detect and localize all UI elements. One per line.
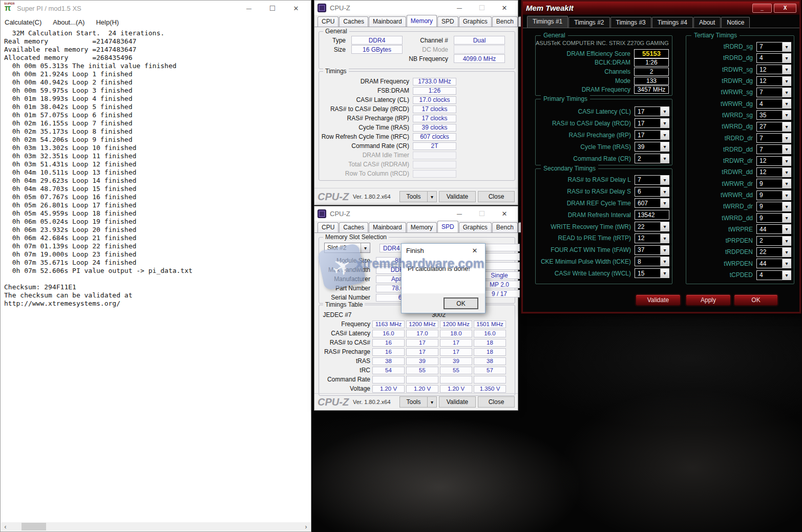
chevron-down-icon[interactable] xyxy=(782,179,791,188)
chevron-down-icon[interactable] xyxy=(782,54,791,62)
tab[interactable]: About xyxy=(693,17,721,28)
timing-dropdown[interactable]: 37 xyxy=(635,245,669,255)
timing-dropdown[interactable]: 17 xyxy=(635,130,669,140)
timing-dropdown[interactable]: 12 xyxy=(756,167,791,177)
chevron-down-icon[interactable] xyxy=(660,257,669,266)
timing-dropdown[interactable]: 7 xyxy=(635,175,669,185)
chevron-down-icon[interactable] xyxy=(660,142,669,151)
chevron-down-icon[interactable] xyxy=(361,243,370,252)
timing-dropdown[interactable]: 12 xyxy=(635,233,669,243)
validate-button[interactable]: Validate xyxy=(636,294,681,306)
menu-item[interactable]: Calculate(C) xyxy=(5,18,41,26)
minimize-icon[interactable] xyxy=(449,207,470,220)
tab[interactable]: CPU xyxy=(318,16,339,27)
chevron-down-icon[interactable] xyxy=(782,271,791,280)
timing-dropdown[interactable]: 9 xyxy=(756,190,791,200)
chevron-down-icon[interactable] xyxy=(660,199,669,207)
chevron-down-icon[interactable] xyxy=(660,107,669,116)
timing-dropdown[interactable]: 44 xyxy=(756,224,791,234)
tab[interactable]: Bench xyxy=(492,16,518,27)
timing-dropdown[interactable]: 39 xyxy=(635,142,669,152)
tab[interactable]: Timings #4 xyxy=(652,17,693,28)
timing-dropdown[interactable]: 4 xyxy=(756,99,791,109)
timing-dropdown[interactable]: 7 xyxy=(756,133,791,143)
close-icon[interactable] xyxy=(469,247,480,254)
minimize-icon[interactable] xyxy=(449,2,470,14)
timing-dropdown[interactable]: 8 xyxy=(635,257,669,266)
timing-dropdown[interactable]: 27 xyxy=(756,122,791,132)
timing-dropdown[interactable]: 12 xyxy=(756,76,791,86)
scroll-left-icon[interactable] xyxy=(1,522,10,531)
chevron-down-icon[interactable] xyxy=(782,134,791,142)
tab[interactable]: Memory xyxy=(407,15,437,27)
timing-dropdown[interactable]: 2 xyxy=(756,236,791,246)
timing-dropdown[interactable]: 9 xyxy=(756,179,791,188)
close-icon[interactable] xyxy=(494,207,515,220)
menu-item[interactable]: About...(A) xyxy=(53,18,85,26)
chevron-down-icon[interactable] xyxy=(782,225,791,233)
chevron-down-icon[interactable] xyxy=(782,248,791,257)
apply-button[interactable]: Apply xyxy=(686,294,731,306)
tab[interactable]: SPD xyxy=(437,221,458,232)
tab[interactable]: Caches xyxy=(339,16,368,27)
timing-dropdown[interactable]: 35 xyxy=(756,110,791,120)
chevron-down-icon[interactable] xyxy=(660,154,669,163)
timing-dropdown[interactable]: 7 xyxy=(756,88,791,97)
timing-dropdown[interactable]: 4 xyxy=(756,53,791,63)
ok-button[interactable]: OK xyxy=(734,294,778,306)
close-icon[interactable] xyxy=(284,2,308,15)
timing-dropdown[interactable]: 44 xyxy=(756,259,791,268)
timing-dropdown[interactable]: 607 xyxy=(635,198,669,208)
tools-dropdown-icon[interactable] xyxy=(427,191,437,202)
timing-dropdown[interactable]: 12 xyxy=(756,65,791,74)
chevron-down-icon[interactable] xyxy=(660,176,669,184)
tab[interactable]: Memory xyxy=(407,222,437,232)
timing-dropdown[interactable]: 15 xyxy=(635,268,669,278)
timing-dropdown[interactable]: 22 xyxy=(635,222,669,231)
timing-dropdown[interactable]: 7 xyxy=(756,42,791,52)
chevron-down-icon[interactable] xyxy=(660,246,669,254)
timing-dropdown[interactable]: 4 xyxy=(756,270,791,280)
chevron-down-icon[interactable] xyxy=(782,214,791,222)
timing-dropdown[interactable]: 7 xyxy=(756,144,791,154)
chevron-down-icon[interactable] xyxy=(660,119,669,127)
chevron-down-icon[interactable] xyxy=(782,202,791,211)
chevron-down-icon[interactable] xyxy=(782,77,791,86)
chevron-down-icon[interactable] xyxy=(782,237,791,245)
timing-dropdown[interactable]: 2 xyxy=(635,154,669,163)
maximize-icon[interactable] xyxy=(261,2,284,15)
chevron-down-icon[interactable] xyxy=(782,88,791,97)
tab[interactable]: SPD xyxy=(437,16,458,27)
close-button[interactable]: Close xyxy=(478,191,515,202)
tab[interactable]: Bench xyxy=(492,222,518,232)
timing-dropdown[interactable]: 12 xyxy=(756,156,791,166)
timing-dropdown[interactable]: 17 xyxy=(635,107,669,116)
minimize-icon[interactable] xyxy=(237,2,261,15)
tools-dropdown-icon[interactable] xyxy=(427,396,437,408)
horizontal-scrollbar[interactable] xyxy=(1,522,310,531)
tab[interactable]: Caches xyxy=(339,222,368,232)
scroll-right-icon[interactable] xyxy=(302,522,310,531)
validate-button[interactable]: Validate xyxy=(439,396,476,408)
tab[interactable]: Mainboard xyxy=(369,16,406,27)
close-icon[interactable]: X xyxy=(774,4,796,13)
tab[interactable]: Timings #3 xyxy=(610,17,651,28)
close-icon[interactable] xyxy=(494,2,515,14)
chevron-down-icon[interactable] xyxy=(782,42,791,51)
chevron-down-icon[interactable] xyxy=(782,99,791,108)
chevron-down-icon[interactable] xyxy=(782,111,791,119)
chevron-down-icon[interactable] xyxy=(782,122,791,131)
tab[interactable]: CPU xyxy=(318,222,339,232)
chevron-down-icon[interactable] xyxy=(660,222,669,231)
close-button[interactable]: Close xyxy=(478,396,515,408)
timing-dropdown[interactable]: 6 xyxy=(635,187,669,197)
tools-button[interactable]: Tools xyxy=(399,191,427,202)
timing-dropdown[interactable]: 13542 xyxy=(635,210,669,220)
tab[interactable]: Graphics xyxy=(459,16,492,27)
chevron-down-icon[interactable] xyxy=(660,131,669,139)
tab[interactable]: Notice xyxy=(721,17,750,28)
tools-button[interactable]: Tools xyxy=(399,396,427,408)
chevron-down-icon[interactable] xyxy=(782,145,791,154)
chevron-down-icon[interactable] xyxy=(782,191,791,200)
chevron-down-icon[interactable] xyxy=(782,157,791,165)
